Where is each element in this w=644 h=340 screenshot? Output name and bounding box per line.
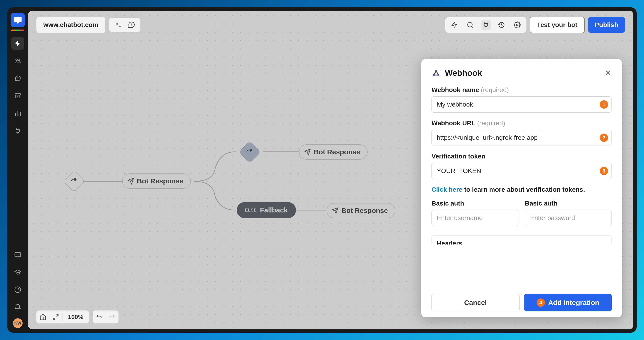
settings-btn[interactable] (512, 20, 522, 30)
basic-auth-pass-label: Basic auth (525, 200, 612, 207)
cancel-button[interactable]: Cancel (432, 294, 520, 311)
node-label: Bot Response (314, 148, 360, 156)
publish-button[interactable]: Publish (588, 17, 625, 33)
undo-icon (96, 313, 102, 320)
else-tag: ELSE (245, 208, 257, 213)
svg-text:?: ? (130, 23, 132, 27)
plug-icon (482, 22, 489, 28)
close-button[interactable] (604, 69, 612, 77)
redo-icon (108, 313, 116, 320)
webhook-name-label: Webhook name (required) (432, 86, 612, 94)
webhook-url-input[interactable] (432, 130, 612, 146)
history-icon (498, 22, 505, 28)
fallback-node[interactable]: ELSE Fallback (237, 202, 296, 218)
verification-token-label: Verification token (432, 153, 612, 160)
send-icon (304, 149, 311, 155)
view-controls: 100% (36, 310, 89, 323)
step-badge-4: 4 (536, 298, 545, 307)
plug-btn[interactable] (481, 20, 491, 30)
svg-rect-1 (16, 19, 20, 19)
webhook-icon (432, 69, 441, 78)
sidebar-help-icon[interactable] (11, 283, 24, 296)
chat-question-icon[interactable]: ? (128, 21, 135, 29)
bar-chart-icon (14, 110, 21, 117)
user-avatar[interactable]: KW (13, 318, 22, 328)
archive-icon (14, 93, 21, 99)
node-label: Bot Response (341, 207, 388, 214)
search-btn[interactable] (465, 20, 475, 30)
expand-btn[interactable] (49, 310, 62, 323)
add-integration-button[interactable]: 4 Add integration (524, 294, 612, 311)
step-badge-3: 3 (600, 167, 608, 175)
gear-icon (514, 22, 521, 28)
basic-auth-username-input[interactable] (432, 210, 518, 226)
sparkles-icon[interactable] (114, 21, 122, 29)
home-icon (40, 313, 46, 320)
close-icon (604, 69, 612, 76)
left-sidebar: ? KW (8, 8, 28, 332)
sidebar-billing-icon[interactable] (11, 248, 24, 261)
webhook-url-label: Webhook URL (required) (432, 120, 612, 127)
toolbar-icons (445, 17, 526, 33)
lightning-icon (451, 22, 458, 28)
svg-point-3 (16, 59, 18, 61)
history-btn[interactable] (496, 20, 507, 30)
bot-response-node-2[interactable]: Bot Response (299, 144, 368, 160)
redo-btn[interactable] (106, 310, 118, 323)
graduation-icon (14, 269, 21, 276)
sidebar-integrations-icon[interactable] (11, 125, 24, 138)
verification-token-input[interactable] (432, 163, 612, 179)
bot-response-node-3[interactable]: Bot Response (326, 203, 395, 218)
headers-section[interactable]: Headers (432, 235, 612, 244)
users-icon (14, 58, 21, 64)
card-icon (14, 251, 21, 258)
logo-underline (11, 30, 24, 31)
top-bar: www.chatbot.com ? Test your bot Publish (36, 17, 625, 33)
chat-question-icon: ? (14, 75, 21, 82)
undo-btn[interactable] (93, 310, 106, 323)
test-bot-button[interactable]: Test your bot (530, 17, 585, 33)
user-chat-icon (246, 148, 254, 155)
search-icon (467, 22, 474, 28)
app-logo[interactable] (10, 13, 25, 27)
step-badge-2: 2 (600, 134, 608, 142)
svg-point-14 (468, 22, 472, 27)
help-circle-icon (14, 286, 21, 293)
home-btn[interactable] (36, 310, 49, 323)
webhook-name-input[interactable] (432, 96, 612, 113)
main-content: Bot Response Bot Response ELSE Fallback (28, 11, 634, 329)
sidebar-chat-icon[interactable]: ? (11, 72, 24, 85)
basic-auth-password-input[interactable] (525, 210, 612, 226)
lightning-icon (14, 40, 21, 47)
sidebar-flows-icon[interactable] (11, 37, 24, 50)
send-icon (332, 207, 338, 214)
svg-text:?: ? (17, 77, 19, 80)
bell-icon (14, 304, 21, 311)
sidebar-notifications-icon[interactable] (11, 301, 24, 314)
info-text: Click here to learn more about verificat… (432, 186, 612, 193)
zoom-level[interactable]: 100% (62, 313, 89, 321)
sidebar-archive-icon[interactable] (11, 90, 24, 102)
chat-bubble-icon (13, 16, 22, 25)
ai-controls: ? (109, 18, 140, 32)
sidebar-academy-icon[interactable] (11, 266, 24, 279)
expand-icon (52, 314, 59, 320)
sidebar-analytics-icon[interactable] (11, 107, 24, 120)
webhook-panel: Webhook Webhook name (required) 1 Webhoo… (421, 59, 622, 317)
learn-more-link[interactable]: Click here (432, 186, 462, 193)
plug-icon (14, 128, 21, 135)
bot-response-node-1[interactable]: Bot Response (122, 173, 191, 189)
sidebar-users-icon[interactable] (11, 55, 24, 67)
svg-point-4 (18, 59, 20, 61)
panel-title: Webhook (445, 68, 482, 78)
user-chat-icon (70, 177, 78, 185)
svg-point-15 (516, 24, 518, 26)
svg-rect-6 (15, 253, 21, 257)
app-window: ? KW (8, 8, 636, 332)
step-badge-1: 1 (600, 100, 608, 109)
lightning-btn[interactable] (450, 20, 460, 30)
bottom-controls: 100% (36, 310, 118, 323)
domain-chip[interactable]: www.chatbot.com (36, 17, 105, 33)
svg-rect-2 (16, 20, 18, 21)
node-label: Bot Response (137, 177, 184, 185)
